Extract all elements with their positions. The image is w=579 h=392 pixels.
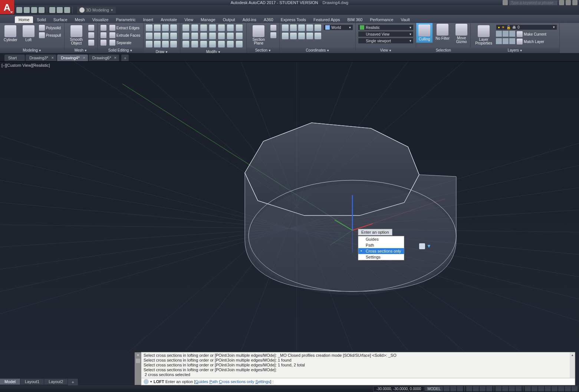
isolate-objects-icon[interactable]	[558, 386, 564, 391]
ribbon-tab-home[interactable]: Home	[15, 16, 33, 23]
tool-icon[interactable]	[236, 33, 243, 39]
ribbon-tab-insert[interactable]: Insert	[139, 16, 157, 23]
panel-draw-label[interactable]: Draw▼	[144, 49, 180, 53]
tool-icon[interactable]	[306, 33, 313, 39]
tool-icon[interactable]	[236, 24, 243, 31]
tool-icon[interactable]	[315, 33, 321, 39]
option-cross-sections-only[interactable]: Cross sections only	[358, 248, 404, 254]
panel-solidedit-label[interactable]: Solid Editing▼	[98, 47, 143, 53]
redo-icon[interactable]	[64, 7, 70, 13]
quick-properties-icon[interactable]	[545, 386, 551, 391]
tool-icon[interactable]	[182, 24, 189, 31]
ribbon-tab-annotate[interactable]: Annotate	[157, 16, 181, 23]
transparency-toggle-icon[interactable]	[502, 386, 508, 391]
exchange-icon[interactable]	[566, 0, 571, 5]
tool-icon[interactable]	[227, 33, 234, 39]
view-dropdown[interactable]: Unsaved View▼	[358, 31, 414, 37]
tool-icon[interactable]	[170, 24, 177, 31]
plot-icon[interactable]	[49, 7, 55, 13]
viewcube-icon[interactable]	[419, 243, 425, 249]
help-icon[interactable]	[572, 0, 578, 5]
open-icon[interactable]	[24, 7, 30, 13]
move-gizmo-button[interactable]: Move Gizmo	[453, 23, 470, 45]
tool-icon[interactable]	[315, 24, 321, 31]
tool-icon[interactable]	[146, 33, 152, 39]
tool-icon[interactable]	[154, 41, 161, 47]
ribbon-tab-manage[interactable]: Manage	[197, 16, 219, 23]
hardware-accel-icon[interactable]	[552, 386, 557, 391]
ribbon-tab-performance[interactable]: Performance	[366, 16, 397, 23]
ribbon-tab-a360[interactable]: A360	[260, 16, 277, 23]
new-icon[interactable]	[16, 7, 22, 13]
panel-view-label[interactable]: View▼	[356, 47, 416, 53]
tool-icon[interactable]	[218, 33, 225, 39]
keyword-search-input[interactable]	[509, 0, 557, 5]
polar-toggle-icon[interactable]	[466, 386, 472, 391]
workspace-dropdown[interactable]: 3D Modeling ▼	[77, 7, 116, 13]
panel-layers-label[interactable]: Layers▼	[471, 47, 559, 53]
tool-icon[interactable]	[146, 41, 152, 47]
tool-icon[interactable]	[162, 33, 169, 39]
otrack-toggle-icon[interactable]	[486, 386, 492, 391]
layer-properties-button[interactable]: Layer Properties	[473, 24, 494, 46]
tool-icon[interactable]	[162, 24, 169, 31]
undo-icon[interactable]	[57, 7, 63, 13]
tool-icon[interactable]	[227, 41, 234, 47]
units-icon[interactable]	[538, 386, 544, 391]
close-tab-icon[interactable]: ✕	[83, 56, 86, 60]
tool-icon[interactable]	[162, 41, 169, 47]
polysolid-button[interactable]: Polysolid	[38, 24, 62, 31]
tool-icon[interactable]	[209, 41, 216, 47]
close-icon[interactable]: ✕	[136, 353, 139, 357]
lineweight-toggle-icon[interactable]	[496, 386, 501, 391]
wrench-icon[interactable]	[136, 359, 140, 363]
document-tab[interactable]: Drawing4*✕	[57, 55, 88, 61]
presspull-button[interactable]: Presspull	[38, 32, 62, 39]
tool-icon[interactable]	[191, 33, 198, 39]
workspace-switch-icon[interactable]	[525, 386, 531, 391]
command-line[interactable]: ▾ LOFT Enter an option [Guides Path Cros…	[141, 378, 575, 385]
tool-icon[interactable]	[282, 24, 289, 31]
subtract-button[interactable]	[100, 32, 107, 39]
layout-tab-layout1[interactable]: Layout1	[20, 379, 44, 385]
loft-button[interactable]: Loft	[20, 24, 37, 43]
option-guides[interactable]: Guides	[358, 236, 404, 242]
section-tool-2[interactable]	[270, 32, 277, 39]
save-icon[interactable]	[31, 7, 37, 13]
layer-tool[interactable]	[503, 31, 509, 37]
tool-icon[interactable]	[154, 24, 161, 31]
cylinder-button[interactable]: Cylinder	[2, 24, 19, 43]
app-menu-button[interactable]: A	[0, 0, 14, 14]
tool-icon[interactable]	[200, 33, 207, 39]
tool-icon[interactable]	[227, 24, 234, 31]
make-current-button[interactable]: Make Current	[516, 31, 547, 37]
no-filter-button[interactable]: No Filter	[434, 23, 451, 41]
command-window-handle[interactable]: ✕	[135, 352, 141, 385]
option-settings[interactable]: Settings	[358, 254, 404, 260]
3dosnap-toggle-icon[interactable]	[480, 386, 486, 391]
ribbon-tab-mesh[interactable]: Mesh	[71, 16, 89, 23]
ribbon-tab-featured-apps[interactable]: Featured Apps	[310, 16, 344, 23]
tool-icon[interactable]	[209, 24, 216, 31]
model-space-button[interactable]: MODEL	[425, 386, 443, 391]
mesh-tool-1[interactable]	[88, 24, 95, 31]
mesh-tool-3[interactable]	[88, 39, 95, 46]
document-tab[interactable]: Drawing3*✕	[26, 55, 56, 61]
new-tab-button[interactable]: ＋	[121, 55, 129, 61]
ribbon-tab-visualize[interactable]: Visualize	[89, 16, 112, 23]
ucs-dropdown[interactable]: World▼	[323, 24, 353, 30]
section-plane-button[interactable]: Section Plane	[249, 24, 268, 46]
dropdown-arrow-icon[interactable]: ▼	[427, 243, 431, 249]
close-tab-icon[interactable]: ✕	[114, 56, 117, 60]
panel-selection-label[interactable]: Selection	[415, 47, 472, 53]
extrude-faces-button[interactable]: Extrude Faces	[109, 32, 141, 39]
tool-icon[interactable]	[298, 24, 305, 31]
layer-tool[interactable]	[509, 31, 515, 37]
ribbon-tab-surface[interactable]: Surface	[50, 16, 71, 23]
tool-icon[interactable]	[282, 33, 289, 39]
tool-icon[interactable]	[191, 24, 198, 31]
section-tool-1[interactable]	[270, 24, 277, 31]
tool-icon[interactable]	[200, 41, 207, 47]
option-path[interactable]: Path	[358, 242, 404, 248]
viewport[interactable]: [–][Custom View][Realistic]	[0, 62, 579, 385]
